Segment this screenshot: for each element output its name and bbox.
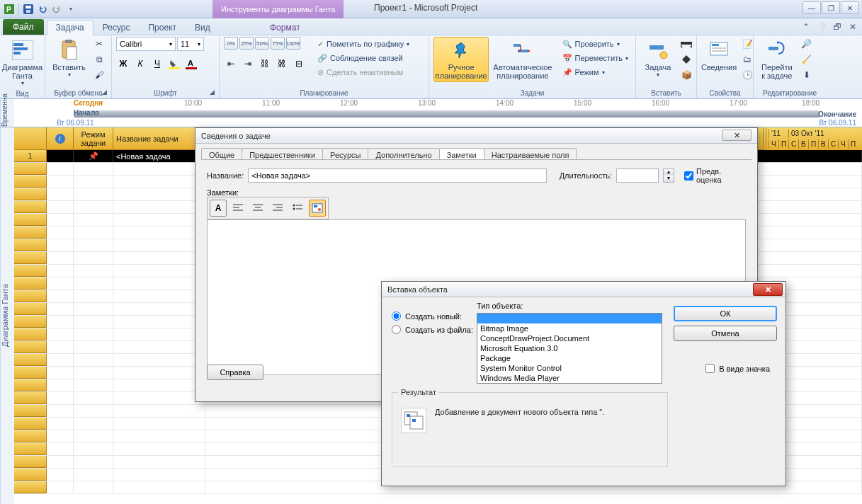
timeline-body[interactable]: Сегодня 10:00 11:00 12:00 13:00 14:00 15… <box>14 99 862 127</box>
cut-icon[interactable]: ✂ <box>91 37 107 51</box>
tab-advanced[interactable]: Дополнительно <box>368 148 439 159</box>
tab-project[interactable]: Проект <box>139 19 186 35</box>
font-size-combo[interactable]: 11▾ <box>177 37 204 51</box>
tab-predecessors[interactable]: Предшественники <box>242 148 323 159</box>
pct-75-button[interactable]: 75% <box>271 37 285 50</box>
summary-icon[interactable] <box>679 37 694 51</box>
font-button[interactable]: A <box>210 200 227 217</box>
dialog-titlebar[interactable]: Сведения о задаче ✕ <box>195 128 757 144</box>
tab-custom[interactable]: Настраиваемые поля <box>484 148 577 159</box>
cell-info[interactable] <box>47 150 74 162</box>
information-button[interactable]: Сведения <box>701 37 737 74</box>
row-number[interactable] <box>14 341 47 353</box>
app-icon[interactable]: P <box>3 3 16 16</box>
col-mode[interactable]: Режим задачи <box>74 127 113 149</box>
create-new-radio[interactable]: Создать новый: <box>392 311 473 321</box>
scroll-to-task-button[interactable]: Перейти к задаче <box>758 37 796 82</box>
tab-general[interactable]: Общие <box>201 148 242 159</box>
bold-icon[interactable]: Ж <box>116 57 130 71</box>
dialog-close-button[interactable]: ✕ <box>722 130 752 141</box>
align-center-button[interactable] <box>249 200 266 217</box>
duration-input[interactable] <box>616 168 659 183</box>
mode-button[interactable]: 📌Режим▾ <box>560 65 631 79</box>
milestone-icon[interactable] <box>679 52 694 67</box>
dialog2-titlebar[interactable]: Вставка объекта ✕ <box>382 282 786 297</box>
font-name-combo[interactable]: Calibri▾ <box>116 37 176 51</box>
duration-spindown[interactable]: ▼ <box>664 176 674 182</box>
outdent-icon[interactable]: ⇤ <box>224 57 238 71</box>
row-number[interactable] <box>14 252 47 264</box>
row-number[interactable] <box>14 367 47 379</box>
row-number[interactable] <box>14 316 47 328</box>
list-item[interactable]: System Monitor Control <box>477 363 662 373</box>
save-icon[interactable] <box>22 3 35 16</box>
pct-0-button[interactable]: 0% <box>224 37 238 50</box>
object-type-list[interactable]: Bitmap Image ConceptDrawProject.Document… <box>477 313 662 384</box>
undo-icon[interactable] <box>36 3 49 16</box>
fill-icon[interactable]: ⬇ <box>799 68 815 82</box>
font-color-icon[interactable]: A <box>184 57 198 71</box>
qa-customize-icon[interactable]: ▾ <box>64 3 77 16</box>
row-number[interactable] <box>14 303 47 315</box>
list-item[interactable]: ConceptDrawProject.Document <box>477 333 662 343</box>
dialog2-close-button[interactable]: ✕ <box>753 283 783 296</box>
gantt-chart-button[interactable]: Диаграмма Ганта ▾ <box>4 37 40 88</box>
row-number[interactable] <box>14 265 47 277</box>
timeline-bar[interactable] <box>74 110 820 118</box>
minimize-button[interactable]: — <box>803 1 821 14</box>
as-icon-checkbox[interactable] <box>705 364 715 373</box>
inactivate-button[interactable]: ⊘Сделать неактивным <box>314 65 412 79</box>
copy-icon[interactable]: ⧉ <box>91 52 107 67</box>
corner-cell[interactable] <box>14 127 47 150</box>
bullets-button[interactable] <box>289 200 306 217</box>
row-number[interactable] <box>14 277 47 290</box>
row-number[interactable] <box>14 176 47 188</box>
maximize-button[interactable]: ❐ <box>822 1 840 14</box>
manual-schedule-button[interactable]: Ручное планирование <box>433 37 489 82</box>
ok-button[interactable]: ОК <box>674 306 777 321</box>
pct-25-button[interactable]: 25% <box>239 37 254 50</box>
row-number[interactable] <box>14 239 47 251</box>
cell-mode[interactable]: 📌 <box>74 150 113 162</box>
row-number[interactable] <box>14 201 47 213</box>
row-number[interactable] <box>14 405 47 417</box>
italic-icon[interactable]: К <box>133 57 147 71</box>
link-icon[interactable]: ⛓ <box>258 57 272 71</box>
row-number[interactable] <box>14 354 47 366</box>
file-tab[interactable]: Файл <box>3 19 44 35</box>
list-item[interactable]: Bitmap Image <box>477 323 662 333</box>
underline-icon[interactable]: Ч <box>150 57 164 71</box>
align-left-button[interactable] <box>229 200 246 217</box>
pct-50-button[interactable]: 50% <box>255 37 269 50</box>
from-file-radio[interactable]: Создать из файла: <box>392 325 473 334</box>
task-name-input[interactable] <box>248 168 546 183</box>
duration-spinup[interactable]: ▲ <box>664 169 674 176</box>
row-number[interactable] <box>14 163 47 175</box>
tab-notes[interactable]: Заметки <box>439 148 484 159</box>
list-item[interactable]: Microsoft Equation 3.0 <box>477 343 662 353</box>
tab-view[interactable]: Вид <box>186 19 220 35</box>
clipboard-launcher-icon[interactable]: ◢ <box>100 88 108 97</box>
redo-icon[interactable] <box>50 3 63 16</box>
align-right-button[interactable] <box>269 200 286 217</box>
auto-schedule-button[interactable]: Автоматическое планирование <box>492 37 553 82</box>
restore-doc-icon[interactable]: 🗗 <box>831 21 844 33</box>
format-painter-icon[interactable]: 🖌 <box>91 68 107 82</box>
list-item[interactable] <box>477 314 662 323</box>
close-doc-icon[interactable]: ✕ <box>846 21 859 33</box>
tab-format[interactable]: Формат <box>261 19 310 35</box>
row-number[interactable] <box>14 456 47 468</box>
minimize-ribbon-icon[interactable]: ⌃ <box>800 21 812 33</box>
row-number[interactable] <box>14 290 47 302</box>
tab-resource[interactable]: Ресурс <box>93 19 140 35</box>
clear-icon[interactable]: 🧹 <box>799 52 815 67</box>
font-launcher-icon[interactable]: ◢ <box>208 88 216 97</box>
row-number[interactable] <box>14 481 47 493</box>
notes-icon[interactable]: 📝 <box>739 37 755 51</box>
row-number[interactable] <box>14 328 47 340</box>
indent-icon[interactable]: ⇥ <box>241 57 255 71</box>
row-number[interactable] <box>14 418 47 430</box>
list-item[interactable]: Windows Media Player <box>477 373 662 383</box>
row-number[interactable] <box>14 443 47 455</box>
col-info[interactable]: i <box>47 127 74 149</box>
